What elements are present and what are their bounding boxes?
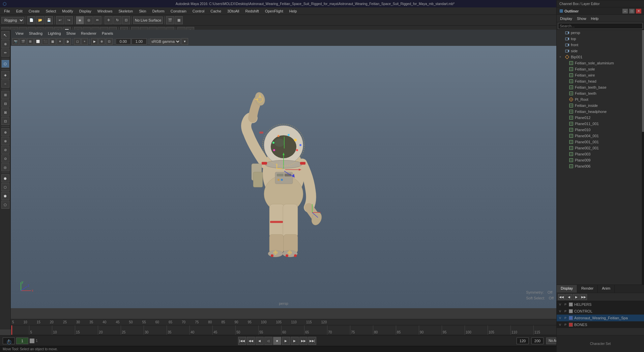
- vp-tb-render[interactable]: 🎬: [20, 38, 26, 45]
- gamma-select[interactable]: sRGB gamma: [150, 38, 181, 45]
- play-fwd-btn[interactable]: ▶: [282, 337, 290, 345]
- outliner-help-menu[interactable]: Help: [589, 16, 601, 21]
- layer-playback[interactable]: P: [563, 316, 567, 320]
- layer-visibility[interactable]: V: [558, 310, 562, 313]
- layer-playback[interactable]: P: [563, 303, 567, 306]
- render-region-btn[interactable]: ▦: [175, 16, 183, 24]
- outliner-thumb[interactable]: [642, 30, 644, 132]
- outliner-close[interactable]: ✕: [636, 9, 641, 13]
- outliner-item[interactable]: top: [557, 36, 641, 42]
- scale-tool[interactable]: ⊡: [122, 16, 130, 24]
- viewport[interactable]: View Shading Lighting Show Renderer Pane…: [11, 30, 556, 308]
- outliner-item[interactable]: Pt_Root: [557, 96, 641, 102]
- vp-tb-texture[interactable]: ▦: [49, 38, 56, 45]
- frame-current-input[interactable]: [16, 338, 28, 344]
- frame-end-input1[interactable]: [517, 338, 529, 344]
- layer-visibility[interactable]: V: [558, 323, 562, 326]
- outliner-item[interactable]: Feitian_inside: [557, 102, 641, 109]
- play-back-btn[interactable]: ◁: [264, 337, 272, 345]
- new-file-btn[interactable]: 📄: [27, 16, 35, 24]
- redo-btn[interactable]: ↪: [65, 16, 73, 24]
- outliner-item[interactable]: persp: [557, 30, 641, 36]
- timeline-ruler[interactable]: 5101520253035404550556065707580859095100…: [11, 325, 556, 335]
- playhead[interactable]: [11, 325, 12, 335]
- save-file-btn[interactable]: 💾: [45, 16, 53, 24]
- layer-playback[interactable]: P: [563, 323, 567, 326]
- outliner-item[interactable]: Feitian_wire: [557, 72, 641, 78]
- next-frame-btn[interactable]: ▶: [291, 337, 299, 345]
- outliner-item[interactable]: Plane009: [557, 157, 641, 163]
- outliner-minimize[interactable]: –: [622, 9, 628, 13]
- layer-playback[interactable]: P: [563, 310, 567, 313]
- menu-item-windows[interactable]: Windows: [95, 8, 115, 14]
- render-btn[interactable]: 🎬: [166, 16, 174, 24]
- outliner-item[interactable]: Feitian_headphone: [557, 109, 641, 115]
- menu-item-select[interactable]: Select: [43, 8, 59, 14]
- go-end-btn[interactable]: ▶▶|: [308, 337, 316, 345]
- layer-tab-anim[interactable]: Anim: [598, 285, 615, 293]
- layer-tab-render[interactable]: Render: [577, 285, 598, 293]
- outliner-item[interactable]: Feitian_sole_aluminium: [557, 60, 641, 66]
- vp-menu-show[interactable]: Show: [64, 31, 78, 36]
- vp-tb-iso[interactable]: ◻: [74, 38, 81, 45]
- vp-tb-anim[interactable]: ⊕: [98, 38, 105, 45]
- outliner-search-input[interactable]: [558, 23, 643, 29]
- outliner-item[interactable]: Plane011_001: [557, 121, 641, 127]
- prev-frame-btn[interactable]: ◀: [256, 337, 264, 345]
- frame-end-input2[interactable]: [531, 338, 544, 344]
- menu-item-modify[interactable]: Modify: [59, 8, 76, 14]
- layer-visibility[interactable]: V: [558, 303, 562, 306]
- side-btn-12[interactable]: ⬟: [1, 192, 9, 200]
- vp-menu-view[interactable]: View: [13, 31, 26, 36]
- menu-item-skeleton[interactable]: Skeleton: [116, 8, 136, 14]
- layer-prev-btn[interactable]: ◀◀: [558, 294, 565, 300]
- outliner-item[interactable]: Plane010: [557, 127, 641, 133]
- tool-settings-btn[interactable]: ◈: [1, 71, 9, 79]
- vp-tb-snap[interactable]: +: [81, 38, 88, 45]
- side-btn-8[interactable]: ⊙: [1, 154, 9, 163]
- vp-tb-grid[interactable]: ⊞: [27, 38, 34, 45]
- outliner-item[interactable]: Plane001_001: [557, 139, 641, 145]
- vp-menu-shading[interactable]: Shading: [27, 31, 45, 36]
- layer-item[interactable]: VPHELPERS: [557, 301, 644, 308]
- side-btn-7[interactable]: ⊘: [1, 146, 9, 154]
- go-start-btn[interactable]: |◀◀: [238, 337, 246, 345]
- outliner-restore[interactable]: □: [629, 9, 635, 13]
- outliner-item[interactable]: side: [557, 48, 641, 54]
- outliner-item[interactable]: Feitian_sole: [557, 66, 641, 72]
- outliner-item[interactable]: Plane006: [557, 163, 641, 169]
- side-btn-10[interactable]: ⬢: [1, 174, 9, 182]
- outliner-display-menu[interactable]: Display: [558, 16, 574, 21]
- vp-tb-hud[interactable]: ⊡: [106, 38, 113, 45]
- component-editor-btn[interactable]: ⬡: [1, 60, 9, 68]
- layer-next-btn[interactable]: ▶▶: [580, 294, 587, 300]
- outliner-item[interactable]: +Bip001: [557, 54, 641, 60]
- outliner-item[interactable]: Feitian_teeth_base: [557, 84, 641, 90]
- side-btn-4[interactable]: ⊡: [1, 117, 9, 125]
- step-back-btn[interactable]: ◀◀: [247, 337, 255, 345]
- side-btn-6[interactable]: ⊗: [1, 137, 9, 145]
- outliner-item[interactable]: Plane012: [557, 115, 641, 121]
- vp-menu-panels[interactable]: Panels: [100, 31, 115, 36]
- menu-item-cache[interactable]: Cache: [208, 8, 224, 14]
- paint-select[interactable]: ✏: [93, 16, 101, 24]
- outliner-item[interactable]: Feitian_teeth: [557, 90, 641, 96]
- side-btn-13[interactable]: ⬠: [1, 201, 9, 209]
- coord-y-input[interactable]: [131, 38, 147, 45]
- menu-item-file[interactable]: File: [1, 8, 13, 14]
- menu-item-display[interactable]: Display: [77, 8, 94, 14]
- menu-item-redshift[interactable]: Redshift: [243, 8, 262, 14]
- side-btn-11[interactable]: ⬡: [1, 183, 9, 191]
- outliner-show-menu[interactable]: Show: [575, 16, 588, 21]
- layer-fwd-btn[interactable]: ▶: [573, 294, 580, 300]
- menu-item-3dtoall[interactable]: 3DtoAll: [225, 8, 242, 14]
- expand-icon[interactable]: +: [559, 55, 563, 59]
- vp-tb-solid[interactable]: ⬛: [42, 38, 49, 45]
- outliner-scrollbar[interactable]: [641, 30, 644, 285]
- vp-menu-renderer[interactable]: Renderer: [79, 31, 98, 36]
- undo-btn[interactable]: ↩: [56, 16, 64, 24]
- outliner-item[interactable]: front: [557, 42, 641, 48]
- vp-tb-shadow[interactable]: ◑: [64, 38, 71, 45]
- layer-visibility[interactable]: V: [558, 316, 562, 320]
- lasso-select[interactable]: ◎: [85, 16, 93, 24]
